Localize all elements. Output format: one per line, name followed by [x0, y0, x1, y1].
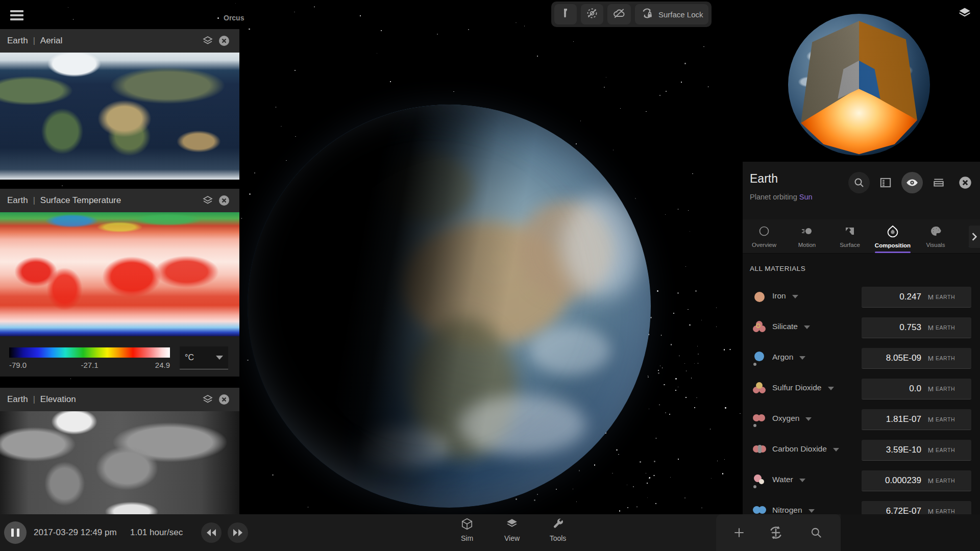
tab-visuals[interactable]: Visuals [914, 219, 957, 253]
material-value-field[interactable]: 8.05E-09 M EARTH [862, 348, 971, 369]
layers-icon[interactable] [200, 391, 216, 408]
flashlight-button[interactable] [554, 4, 577, 24]
rotation-disabled-button[interactable] [581, 4, 603, 24]
material-name: Water [772, 475, 793, 484]
object-label-orcus[interactable]: Orcus [224, 14, 244, 22]
visibility-eye-icon[interactable] [901, 172, 923, 193]
chevron-down-icon[interactable] [805, 417, 812, 421]
collapse-panel-icon[interactable] [928, 172, 949, 193]
material-name: Silicate [772, 322, 798, 331]
panel-title-separator: | [33, 196, 35, 205]
view-toolbar: Surface Lock [551, 2, 712, 27]
property-tabs: Overview Motion Surface Composition Visu… [743, 219, 980, 254]
chevron-down-icon[interactable] [799, 356, 805, 360]
surface-lock-button[interactable]: Surface Lock [635, 4, 708, 24]
panel-object-name: Earth [7, 195, 28, 206]
chevron-down-icon[interactable] [828, 387, 834, 390]
sim-menu-button[interactable]: Sim [449, 517, 485, 549]
temperature-scale: -79.0-27.124.9°C [0, 336, 239, 377]
chevron-down-icon[interactable] [808, 509, 815, 513]
iron-icon [753, 290, 766, 304]
close-icon[interactable] [216, 391, 232, 408]
color-scale-bar [9, 347, 170, 358]
map-image [0, 411, 239, 515]
panel-title-separator: | [33, 36, 35, 45]
simulation-speed-unit[interactable]: hour/sec [150, 528, 183, 538]
earth-planet[interactable] [248, 105, 651, 508]
panel-view-name: Surface Temperature [40, 195, 121, 206]
tab-overview[interactable]: Overview [743, 219, 786, 253]
search-icon[interactable] [848, 172, 870, 193]
active-tab-underline [875, 252, 911, 253]
material-value-field[interactable]: 0.000239 M EARTH [862, 470, 971, 491]
unit-dropdown[interactable]: °C [180, 346, 228, 369]
material-row: Iron 0.247 M EARTH [743, 282, 980, 312]
map-panel-header[interactable]: Earth | Elevation [0, 388, 239, 411]
chevron-down-icon[interactable] [833, 448, 839, 452]
water-icon [753, 474, 766, 487]
tab-composition[interactable]: Composition [871, 219, 914, 253]
material-row: Carbon Dioxide 3.59E-10 M EARTH [743, 435, 980, 465]
surface-lock-label: Surface Lock [658, 10, 703, 19]
close-icon[interactable] [216, 33, 232, 49]
layers-icon[interactable] [200, 33, 216, 49]
carbon-dioxide-icon [753, 443, 766, 457]
slow-down-button[interactable] [201, 522, 222, 543]
silicate-icon [753, 321, 766, 334]
parent-body-link[interactable]: Sun [799, 193, 813, 201]
tabs-scroll-right-button[interactable] [969, 226, 980, 248]
simulation-speed-value[interactable]: 1.01 [130, 528, 147, 538]
panel-object-name: Earth [7, 394, 28, 405]
tab-surface[interactable]: Surface [828, 219, 871, 253]
rewind-icon [206, 529, 216, 537]
map-panel-elevation: Earth | Elevation [0, 388, 239, 515]
map-panel-header[interactable]: Earth | Surface Temperature [0, 189, 239, 212]
surface-tab-icon [844, 225, 856, 239]
material-value-field[interactable]: 3.59E-10 M EARTH [862, 440, 971, 461]
chevron-down-icon[interactable] [804, 325, 810, 329]
close-icon[interactable] [954, 172, 976, 193]
subtitle-text: Planet orbiting [750, 193, 799, 201]
surface-lock-icon [640, 6, 654, 22]
material-name: Oxygen [772, 414, 799, 423]
material-row: Sulfur Dioxide 0.0 M EARTH [743, 373, 980, 404]
object-subtitle: Planet orbiting Sun [750, 193, 973, 201]
properties-list-icon[interactable] [875, 172, 896, 193]
clouds-disabled-button[interactable] [607, 4, 631, 24]
panel-view-name: Elevation [40, 394, 76, 405]
tab-motion[interactable]: Motion [786, 219, 828, 253]
material-value-field[interactable]: 0.247 M EARTH [862, 287, 971, 308]
planet-cutaway-sphere [788, 14, 930, 156]
close-icon[interactable] [216, 192, 232, 209]
visuals-tab-icon [929, 225, 942, 239]
chevron-down-icon[interactable] [792, 295, 798, 298]
map-panel-header[interactable]: Earth | Aerial [0, 29, 239, 53]
sulfur-dioxide-icon [753, 382, 766, 395]
layers-icon[interactable] [200, 192, 216, 209]
bottom-right-tools [716, 514, 841, 551]
chevron-down-icon[interactable] [799, 479, 805, 482]
layers-icon[interactable] [957, 5, 973, 21]
composition-tab-icon [886, 224, 899, 240]
view-menu-button[interactable]: View [494, 517, 530, 549]
material-value-field[interactable]: 1.81E-07 M EARTH [862, 409, 971, 430]
argon-icon [753, 352, 766, 365]
sim-icon [460, 517, 474, 533]
map-image [0, 212, 239, 336]
clouds-disabled-icon [612, 7, 626, 22]
scale-mid-label: -27.1 [81, 361, 98, 369]
material-value-field[interactable]: 0.753 M EARTH [862, 317, 971, 338]
menu-hamburger-icon[interactable] [9, 8, 24, 21]
material-name: Sulfur Dioxide [772, 383, 822, 392]
simulation-datetime[interactable]: 2017-03-29 12:49 pm [34, 528, 117, 538]
pause-button[interactable] [4, 521, 27, 544]
material-row: Argon 8.05E-09 M EARTH [743, 343, 980, 373]
speed-up-button[interactable] [228, 522, 248, 543]
add-object-button[interactable] [728, 521, 750, 544]
material-value-field[interactable]: 0.0 M EARTH [862, 379, 971, 399]
search-button[interactable] [805, 521, 827, 544]
planet-cutaway-preview[interactable] [743, 0, 980, 162]
overview-tab-icon [758, 225, 770, 239]
move-orbit-button[interactable] [765, 521, 787, 544]
tools-menu-button[interactable]: Tools [540, 517, 576, 549]
